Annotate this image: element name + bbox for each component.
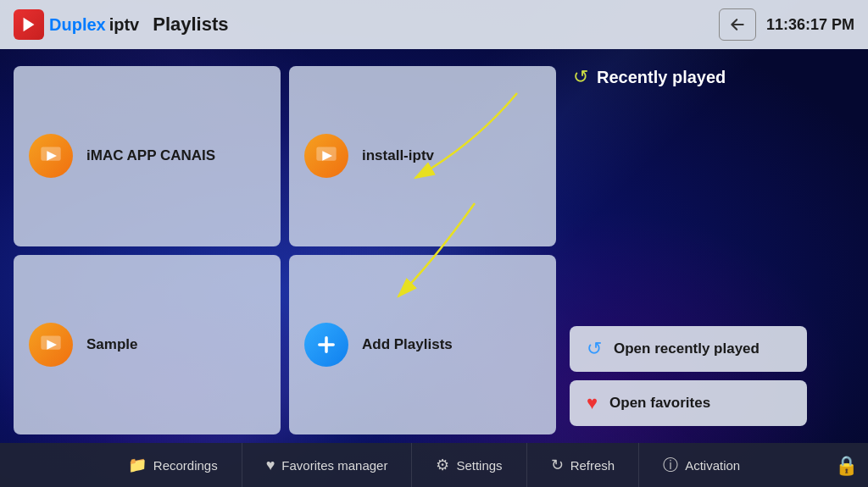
- tv-play-icon: [39, 144, 63, 168]
- activation-label: Activation: [685, 458, 740, 473]
- open-recently-played-label: Open recently played: [614, 340, 760, 357]
- settings-label: Settings: [456, 458, 502, 473]
- heart-icon: ♥: [587, 392, 598, 414]
- folder-icon: 📁: [128, 456, 147, 474]
- back-button[interactable]: [719, 8, 756, 41]
- tv-play-icon-2: [314, 144, 338, 168]
- tv-play-icon-3: [39, 333, 63, 357]
- bottom-activation[interactable]: ⓘ Activation: [639, 443, 764, 487]
- playlist-label-sample: Sample: [86, 336, 137, 353]
- back-arrow-icon: [729, 16, 746, 33]
- open-favorites-button[interactable]: ♥ Open favorites: [570, 380, 807, 426]
- header: Duplex iptv Playlists 11:36:17 PM: [0, 0, 868, 49]
- clock-icon: ↺: [587, 338, 602, 360]
- recordings-label: Recordings: [153, 458, 218, 473]
- playlist-label-add: Add Playlists: [362, 336, 453, 353]
- playlist-card-sample[interactable]: Sample: [14, 255, 281, 435]
- recently-played-label: Recently played: [597, 68, 726, 87]
- bottom-favorites-manager[interactable]: ♥ Favorites manager: [242, 443, 413, 487]
- open-favorites-label: Open favorites: [609, 395, 710, 412]
- logo-box: [14, 9, 44, 40]
- favorites-manager-label: Favorites manager: [281, 458, 387, 473]
- bottom-settings[interactable]: ⚙ Settings: [412, 443, 526, 487]
- playlist-label-install: install-iptv: [362, 147, 434, 164]
- refresh-label: Refresh: [570, 458, 615, 473]
- info-icon: ⓘ: [663, 455, 678, 475]
- settings-gear-icon: ⚙: [436, 456, 449, 474]
- play-icon: [19, 15, 38, 34]
- lock-icon: 🔒: [835, 455, 858, 477]
- action-buttons: ↺ Open recently played ♥ Open favorites: [570, 326, 854, 426]
- add-playlist-icon: [304, 323, 348, 367]
- playlist-label-imac: iMAC APP CANAIS: [86, 147, 215, 164]
- playlist-card-add[interactable]: Add Playlists: [289, 255, 556, 435]
- clock-display: 11:36:17 PM: [766, 16, 854, 34]
- open-recently-played-button[interactable]: ↺ Open recently played: [570, 326, 807, 372]
- bottom-recordings[interactable]: 📁 Recordings: [104, 443, 242, 487]
- brand-iptv: iptv: [109, 15, 140, 35]
- playlist-icon-install: [304, 134, 348, 178]
- main-content: iMAC APP CANAIS install-iptv Sample: [0, 49, 868, 443]
- playlist-icon-sample: [29, 323, 73, 367]
- playlist-card-imac[interactable]: iMAC APP CANAIS: [14, 66, 281, 246]
- playlist-card-install[interactable]: install-iptv: [289, 66, 556, 246]
- brand-name: Duplex: [49, 15, 106, 35]
- refresh-icon: ↻: [551, 456, 564, 474]
- playlist-icon-imac: [29, 134, 73, 178]
- svg-marker-0: [24, 18, 35, 32]
- recently-played-clock-icon: ↺: [573, 66, 588, 88]
- playlists-grid: iMAC APP CANAIS install-iptv Sample: [14, 66, 556, 434]
- recently-played-section: ↺ Recently played: [573, 66, 726, 88]
- favorites-heart-icon: ♥: [266, 457, 275, 474]
- plus-icon: [314, 333, 338, 357]
- bottom-bar: 📁 Recordings ♥ Favorites manager ⚙ Setti…: [0, 443, 868, 487]
- bottom-refresh[interactable]: ↻ Refresh: [527, 443, 640, 487]
- right-panel: ↺ Recently played ↺ Open recently played…: [570, 66, 854, 434]
- page-title: Playlists: [153, 14, 228, 36]
